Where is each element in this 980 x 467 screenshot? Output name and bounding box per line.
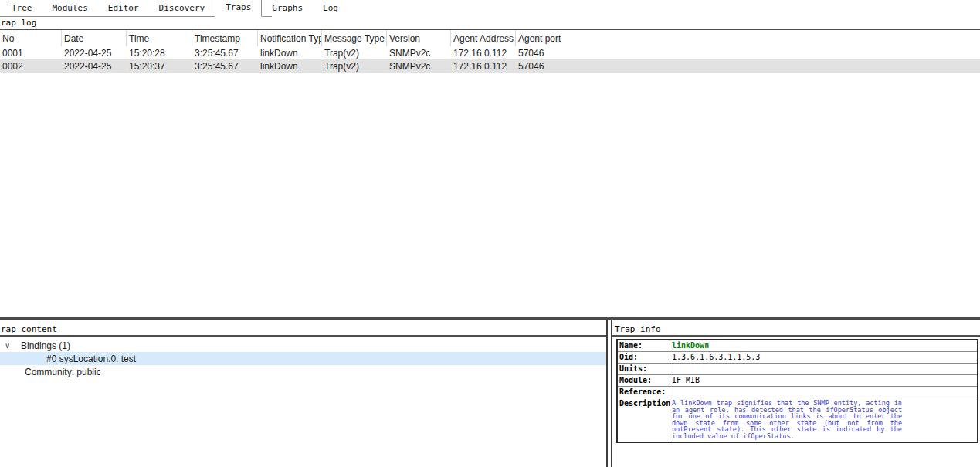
- tab-log[interactable]: Log: [313, 1, 348, 16]
- tab-graphs[interactable]: Graphs: [262, 1, 313, 16]
- info-label-name: Name:: [618, 340, 670, 352]
- tab-editor[interactable]: Editor: [98, 1, 149, 16]
- info-value-reference: [670, 387, 977, 398]
- column-header-notification-type[interactable]: Notification Typ: [258, 30, 322, 46]
- tree-item-community[interactable]: Community: public: [0, 365, 606, 378]
- log-cell-version: SNMPv2c: [387, 48, 451, 59]
- trap-log-row-selected[interactable]: 0002 2022-04-25 15:20:37 3:25:45.67 link…: [0, 59, 980, 73]
- tab-modules[interactable]: Modules: [42, 1, 98, 16]
- log-cell-message-type: Trap(v2): [322, 61, 387, 72]
- column-header-agent-port[interactable]: Agent port: [516, 30, 980, 46]
- log-cell-notification-type: linkDown: [258, 48, 322, 59]
- column-header-date[interactable]: Date: [62, 30, 127, 46]
- column-header-agent-address[interactable]: Agent Address: [451, 30, 516, 46]
- tree-item-bindings[interactable]: ∨ Bindings (1): [0, 339, 606, 352]
- bottom-area: rap content ∨ Bindings (1) #0 sysLocatio…: [0, 320, 980, 467]
- info-value-description: A linkDown trap signifies that the SNMP …: [672, 399, 902, 441]
- column-header-timestamp[interactable]: Timestamp: [192, 30, 258, 46]
- log-cell-agent-port: 57046: [516, 61, 980, 72]
- log-cell-timestamp: 3:25:45.67: [192, 61, 258, 72]
- info-value-module: IF-MIB: [670, 375, 977, 387]
- log-cell-timestamp: 3:25:45.67: [192, 48, 258, 59]
- trap-log-empty-area: [0, 73, 980, 317]
- trap-info-table: Name: linkDown Oid: 1.3.6.1.6.3.1.1.5.3 …: [616, 339, 978, 443]
- info-label-units: Units:: [618, 364, 670, 375]
- tab-traps[interactable]: Traps: [215, 0, 262, 17]
- trap-info-panel: Trap info Name: linkDown Oid: 1.3.6.1.6.…: [612, 320, 980, 467]
- tab-tree[interactable]: Tree: [2, 1, 42, 16]
- log-cell-no: 0002: [0, 61, 62, 72]
- log-cell-agent-port: 57046: [516, 48, 980, 59]
- trap-log-header-row: No Date Time Timestamp Notification Typ …: [0, 30, 980, 46]
- trap-content-panel-header: rap content: [0, 320, 606, 337]
- info-label-reference: Reference:: [618, 387, 670, 398]
- tree-item-binding-selected[interactable]: #0 sysLocation.0: test: [0, 352, 606, 365]
- info-value-oid: 1.3.6.1.6.3.1.1.5.3: [670, 352, 977, 364]
- chevron-down-icon[interactable]: ∨: [5, 342, 14, 350]
- trap-content-panel: rap content ∨ Bindings (1) #0 sysLocatio…: [0, 320, 606, 467]
- info-label-description: Description:: [618, 398, 670, 442]
- tab-discovery[interactable]: Discovery: [149, 1, 215, 16]
- log-cell-version: SNMPv2c: [387, 61, 451, 72]
- bindings-tree: ∨ Bindings (1) #0 sysLocation.0: test Co…: [0, 337, 606, 378]
- trap-log-panel-header: rap log: [0, 17, 980, 30]
- trap-content-panel-label: rap content: [0, 323, 606, 335]
- info-value-units: [670, 364, 977, 375]
- log-cell-notification-type: linkDown: [258, 61, 322, 72]
- trap-log-row[interactable]: 0001 2022-04-25 15:20:28 3:25:45.67 link…: [0, 46, 980, 59]
- vertical-splitter[interactable]: [606, 320, 612, 467]
- column-header-version[interactable]: Version: [387, 30, 451, 46]
- log-cell-agent-address: 172.16.0.112: [451, 61, 516, 72]
- log-cell-message-type: Trap(v2): [322, 48, 387, 59]
- column-header-no[interactable]: No: [0, 30, 62, 46]
- community-label: Community: public: [25, 367, 101, 377]
- log-cell-time: 15:20:28: [127, 48, 192, 59]
- trap-log-panel-label: rap log: [0, 17, 980, 29]
- log-cell-time: 15:20:37: [127, 61, 192, 72]
- log-cell-date: 2022-04-25: [62, 48, 127, 59]
- log-cell-no: 0001: [0, 48, 62, 59]
- trap-info-panel-label: Trap info: [612, 323, 980, 335]
- bindings-label: Bindings (1): [21, 340, 70, 351]
- log-cell-date: 2022-04-25: [62, 61, 127, 72]
- info-value-name: linkDown: [672, 341, 709, 350]
- trap-info-panel-header: Trap info: [612, 320, 980, 337]
- info-label-module: Module:: [618, 375, 670, 387]
- info-label-oid: Oid:: [618, 352, 670, 364]
- binding-item-label: #0 sysLocation.0: test: [46, 354, 136, 364]
- tab-bar: Tree Modules Editor Discovery Traps Grap…: [0, 0, 272, 17]
- log-cell-agent-address: 172.16.0.112: [451, 48, 516, 59]
- column-header-time[interactable]: Time: [127, 30, 192, 46]
- column-header-message-type[interactable]: Message Type: [322, 30, 387, 46]
